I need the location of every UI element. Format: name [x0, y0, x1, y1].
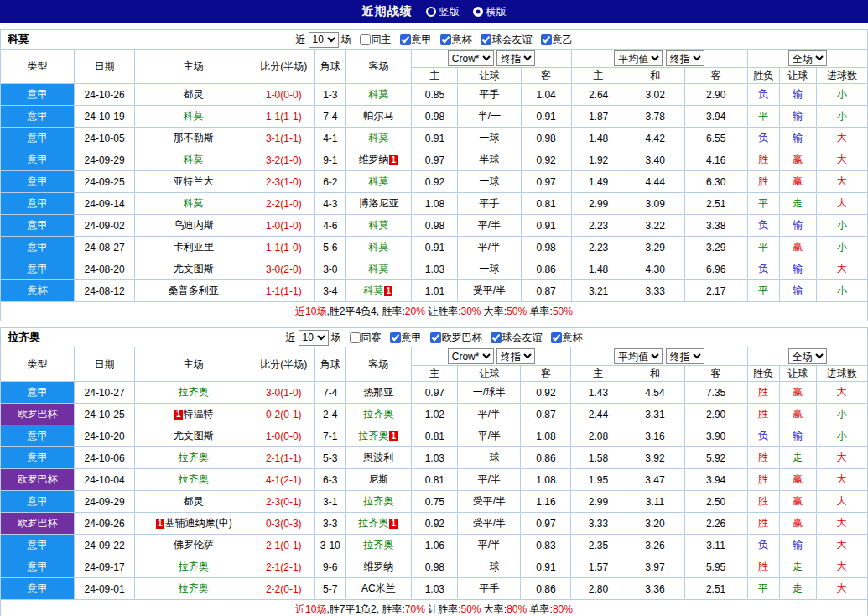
checkbox[interactable] [400, 34, 411, 45]
away-team-name: 恩波利 [363, 452, 393, 463]
league-filter-checkbox[interactable]: 球会友谊 [481, 33, 533, 47]
home-team-name: 亚特兰大 [174, 175, 214, 187]
result-handicap: 赢 [779, 491, 816, 513]
euro-away-odds: 3.94 [684, 106, 747, 128]
result-goals: 小 [816, 280, 867, 302]
home-team-name: 佛罗伦萨 [174, 539, 214, 551]
match-row: 欧罗巴杯 24-10-04 拉齐奥 4-1(2-1) 6-3 尼斯 0.81 平… [1, 469, 868, 491]
checkbox-label: 同主 [372, 33, 392, 47]
league-filter-checkbox[interactable]: 意杯 [551, 331, 583, 345]
checkbox[interactable] [481, 34, 491, 45]
checkbox-label: 球会友谊 [492, 33, 533, 47]
euro-draw-odds: 3.78 [626, 106, 684, 128]
asian-away-odds: 0.92 [521, 382, 571, 404]
team-name: 拉齐奥 [8, 330, 40, 345]
result-handicap: 输 [779, 128, 816, 149]
summary-part: 50% [507, 305, 527, 317]
result-wdl: 平 [747, 193, 779, 215]
match-row: 意甲 24-09-22 佛罗伦萨 2-1(0-1) 3-10 拉齐奥 1.06 … [1, 535, 868, 556]
euro-company-select[interactable]: 平均值 [614, 50, 663, 66]
asian-away-odds: 0.91 [521, 215, 571, 237]
asian-time-select[interactable]: 终指 [496, 50, 535, 66]
filter-row: 拉齐奥 近 10 场 同赛 意甲 欧罗巴杯 球会友谊 [1, 328, 868, 347]
result-goals: 大 [816, 128, 867, 149]
summary-part: 近10场 [295, 305, 326, 317]
checkbox[interactable] [491, 332, 502, 343]
euro-company-select[interactable]: 平均值 [614, 348, 663, 364]
euro-home-odds: 1.87 [571, 106, 626, 128]
asian-home-odds: 0.75 [412, 491, 458, 513]
type-cell: 意甲 [1, 425, 75, 447]
asian-time-select[interactable]: 终指 [496, 348, 535, 364]
radio-button-icon[interactable] [426, 7, 436, 17]
league-filter-checkbox[interactable]: 意甲 [400, 33, 432, 47]
result-goals: 大 [816, 578, 867, 600]
asian-company-select[interactable]: Crow* [448, 50, 494, 66]
asian-home-odds: 0.92 [412, 513, 458, 535]
euro-draw-odds: 3.16 [626, 425, 684, 447]
league-filter-checkbox[interactable]: 欧罗巴杯 [430, 331, 482, 345]
corner-cell: 3-4 [315, 280, 346, 302]
summary-part: 50% [553, 305, 573, 317]
date-cell: 24-10-19 [75, 106, 135, 128]
corner-cell: 3-0 [315, 258, 346, 280]
summary-part: 单率: [527, 305, 553, 317]
league-filter-checkbox[interactable]: 意杯 [440, 33, 472, 47]
checkbox[interactable] [541, 34, 552, 45]
checkbox[interactable] [430, 332, 441, 343]
radio-button-icon[interactable] [473, 7, 483, 17]
league-filter-checkbox[interactable]: 同主 [360, 33, 392, 47]
league-filter-checkbox[interactable]: 意乙 [541, 33, 573, 47]
asian-company-select[interactable]: Crow* [448, 348, 494, 364]
away-team-name: 维罗纳 [358, 154, 388, 165]
away-team-cell: 拉齐奥 [346, 491, 412, 513]
result-wdl: 胜 [747, 171, 779, 193]
scope-select[interactable]: 全场 [788, 50, 827, 66]
recent-count-select[interactable]: 10 [299, 330, 329, 346]
corner-cell: 6-3 [315, 469, 346, 491]
checkbox[interactable] [350, 332, 361, 343]
home-team-cell: 科莫 [135, 106, 252, 128]
home-team-name: 那不勒斯 [174, 132, 214, 144]
euro-draw-odds: 3.33 [626, 280, 684, 302]
recent-count-select[interactable]: 10 [309, 32, 339, 48]
checkbox[interactable] [440, 34, 451, 45]
summary-part: 80% [507, 603, 527, 615]
result-handicap: 赢 [779, 237, 816, 258]
asian-away-odds: 0.83 [521, 535, 571, 556]
result-handicap: 赢 [779, 469, 816, 491]
score-cell: 1-1(1-1) [252, 280, 315, 302]
asian-handicap: 一球 [458, 128, 521, 149]
radio-label: 竖版 [439, 5, 460, 19]
score-cell: 2-3(1-0) [252, 171, 315, 193]
checkbox[interactable] [551, 332, 562, 343]
league-filter-checkbox[interactable]: 意甲 [390, 331, 422, 345]
euro-home-odds: 2.08 [571, 425, 626, 447]
sub-euro-away: 客 [684, 366, 747, 382]
euro-away-odds: 2.50 [684, 491, 747, 513]
euro-away-odds: 2.90 [684, 404, 747, 425]
result-goals: 大 [816, 469, 867, 491]
lazio-section-table: 拉齐奥 近 10 场 同赛 意甲 欧罗巴杯 球会友谊 [0, 327, 868, 616]
result-goals: 小 [816, 425, 867, 447]
euro-time-select[interactable]: 终指 [666, 50, 704, 66]
result-goals: 小 [816, 84, 867, 106]
result-wdl: 负 [747, 128, 779, 149]
layout-radio[interactable]: 竖版 [426, 5, 460, 19]
col-corner-header: 角球 [315, 50, 346, 84]
col-away-header: 客场 [346, 347, 412, 382]
layout-radio[interactable]: 横版 [473, 5, 507, 19]
result-goals: 大 [816, 535, 867, 556]
euro-draw-odds: 4.44 [626, 171, 684, 193]
checkbox-label: 同赛 [361, 331, 382, 345]
result-wdl: 负 [747, 425, 779, 447]
league-filter-checkbox[interactable]: 同赛 [350, 331, 382, 345]
euro-time-select[interactable]: 终指 [666, 348, 704, 364]
asian-home-odds: 0.98 [412, 106, 458, 128]
sub-asian-away: 客 [521, 366, 571, 382]
euro-away-odds: 2.51 [684, 578, 747, 600]
scope-select[interactable]: 全场 [788, 348, 827, 364]
league-filter-checkbox[interactable]: 球会友谊 [491, 331, 543, 345]
checkbox[interactable] [360, 34, 371, 45]
checkbox[interactable] [390, 332, 401, 343]
